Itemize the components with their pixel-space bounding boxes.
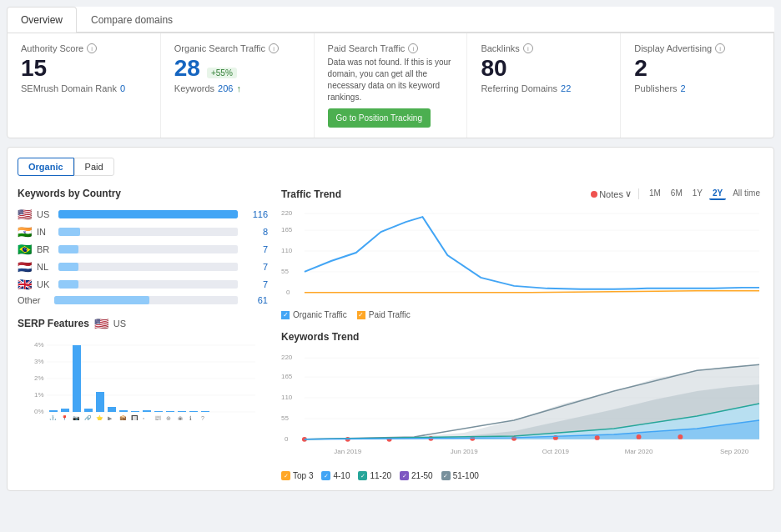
keywords-trend-title: Keywords Trend xyxy=(281,331,359,343)
traffic-trend-title: Traffic Trend xyxy=(281,188,341,200)
svg-rect-23 xyxy=(201,411,209,412)
svg-text:0: 0 xyxy=(286,289,290,296)
time-2y[interactable]: 2Y xyxy=(709,188,726,200)
organic-arrow: ↑ xyxy=(236,83,241,93)
organic-value: 28 xyxy=(174,57,200,80)
tab-compare-domains[interactable]: Compare domains xyxy=(77,7,187,33)
bar-fill-uk xyxy=(58,280,78,289)
filter-paid[interactable]: Paid xyxy=(74,158,114,176)
svg-text:220: 220 xyxy=(281,209,293,217)
time-1y[interactable]: 1Y xyxy=(689,188,706,200)
paid-description: Data was not found. If this is your doma… xyxy=(328,57,454,103)
svg-rect-12 xyxy=(73,345,81,412)
other-label: Other xyxy=(18,295,49,305)
svg-text:ℹ: ℹ xyxy=(189,415,192,420)
svg-text:55: 55 xyxy=(281,414,289,422)
svg-text:1%: 1% xyxy=(34,391,44,399)
metric-paid-label: Paid Search Traffic i xyxy=(328,43,454,53)
authority-sub: SEMrush Domain Rank 0 xyxy=(21,83,147,93)
bar-us xyxy=(58,210,238,218)
svg-text:🔗: 🔗 xyxy=(84,414,92,420)
bar-other xyxy=(54,296,238,304)
traffic-trend-controls: Notes ∨ 1M 6M 1Y 2Y All time xyxy=(591,188,763,200)
authority-info-icon[interactable]: i xyxy=(87,43,97,53)
svg-text:◉: ◉ xyxy=(178,415,183,420)
left-column: Keywords by Country 🇺🇸 US 116 🇮🇳 xyxy=(18,188,268,480)
kw-legend-4-10: ✓ 4-10 xyxy=(321,471,350,480)
svg-text:Sep 2020: Sep 2020 xyxy=(720,448,749,455)
organic-sub: Keywords 206 ↑ xyxy=(174,83,300,93)
svg-text:?: ? xyxy=(201,415,204,420)
svg-rect-16 xyxy=(119,410,128,412)
svg-rect-19 xyxy=(154,411,163,412)
time-all[interactable]: All time xyxy=(729,188,763,200)
svg-text:220: 220 xyxy=(281,354,293,361)
keywords-trend-chart: 220 165 110 55 0 xyxy=(281,349,763,466)
svg-point-67 xyxy=(678,434,683,439)
traffic-trend-section: Traffic Trend Notes ∨ 1M 6M 1Y xyxy=(281,188,763,319)
svg-text:⊕: ⊕ xyxy=(166,415,171,420)
svg-point-65 xyxy=(595,435,600,440)
svg-text:📍: 📍 xyxy=(61,414,68,420)
code-in: IN xyxy=(37,227,53,237)
svg-text:110: 110 xyxy=(281,394,293,401)
count-other: 61 xyxy=(243,295,268,305)
metric-organic: Organic Search Traffic i 28 +55% Keyword… xyxy=(161,33,315,138)
svg-text:▫: ▫ xyxy=(143,415,144,420)
time-6m[interactable]: 6M xyxy=(668,188,686,200)
svg-rect-10 xyxy=(49,410,58,412)
count-in: 8 xyxy=(243,227,268,237)
main-content: Organic Paid Keywords by Country 🇺🇸 US xyxy=(7,147,774,491)
display-info-icon[interactable]: i xyxy=(715,43,725,53)
svg-rect-11 xyxy=(61,409,69,412)
bar-fill-in xyxy=(58,228,80,236)
organic-info-icon[interactable]: i xyxy=(269,43,279,53)
notes-button[interactable]: Notes ∨ xyxy=(591,188,639,199)
svg-text:Mar 2020: Mar 2020 xyxy=(625,448,653,455)
metric-authority: Authority Score i 15 SEMrush Domain Rank… xyxy=(8,33,161,138)
kw-legend-21-50: ✓ 21-50 xyxy=(400,471,433,480)
svg-text:4%: 4% xyxy=(34,341,44,349)
flag-in: 🇮🇳 xyxy=(18,225,32,238)
go-to-position-tracking-button[interactable]: Go to Position Tracking xyxy=(328,108,431,128)
traffic-trend-header: Traffic Trend Notes ∨ 1M 6M 1Y xyxy=(281,188,763,200)
count-uk: 7 xyxy=(243,279,268,289)
flag-us: 🇺🇸 xyxy=(18,208,32,221)
bar-fill-other xyxy=(54,296,149,304)
serp-flag: 🇺🇸 xyxy=(94,317,108,330)
flag-br: 🇧🇷 xyxy=(18,243,32,256)
code-uk: UK xyxy=(37,279,53,289)
country-row-in: 🇮🇳 IN 8 xyxy=(18,225,268,238)
metric-backlinks: Backlinks i 80 Referring Domains 22 xyxy=(467,33,621,138)
country-row-uk: 🇬🇧 UK 7 xyxy=(18,278,268,291)
filter-tabs: Organic Paid xyxy=(18,158,763,176)
country-row-br: 🇧🇷 BR 7 xyxy=(18,243,268,256)
serp-country: US xyxy=(113,319,126,329)
tab-overview[interactable]: Overview xyxy=(7,7,77,33)
code-br: BR xyxy=(37,244,53,254)
time-1m[interactable]: 1M xyxy=(646,188,664,200)
metric-display: Display Advertising i 2 Publishers 2 xyxy=(621,33,773,138)
keywords-trend-section: Keywords Trend 220 165 110 55 0 xyxy=(281,331,763,480)
bar-br xyxy=(58,245,238,253)
21-50-check: ✓ xyxy=(400,471,409,480)
keywords-trend-header: Keywords Trend xyxy=(281,331,763,343)
organic-check: ✓ xyxy=(281,311,290,319)
serp-features-section: SERP Features 🇺🇸 US 4% 3% 2% 1% 0% xyxy=(18,317,268,420)
kw-legend-51-100: ✓ 51-100 xyxy=(441,471,479,480)
svg-text:0%: 0% xyxy=(34,408,44,415)
country-row-other: Other 61 xyxy=(18,295,268,305)
svg-rect-22 xyxy=(189,411,198,412)
keywords-country-title: Keywords by Country xyxy=(18,188,268,199)
svg-text:165: 165 xyxy=(281,373,293,380)
top3-check: ✓ xyxy=(281,471,290,480)
count-nl: 7 xyxy=(243,262,268,272)
metric-organic-label: Organic Search Traffic i xyxy=(174,43,300,53)
backlinks-info-icon[interactable]: i xyxy=(523,43,533,53)
svg-rect-15 xyxy=(108,407,116,412)
authority-value: 15 xyxy=(21,57,147,80)
legend-organic: ✓ Organic Traffic xyxy=(281,310,347,319)
paid-info-icon[interactable]: i xyxy=(408,43,418,53)
display-value: 2 xyxy=(634,57,760,80)
filter-organic[interactable]: Organic xyxy=(18,158,74,176)
